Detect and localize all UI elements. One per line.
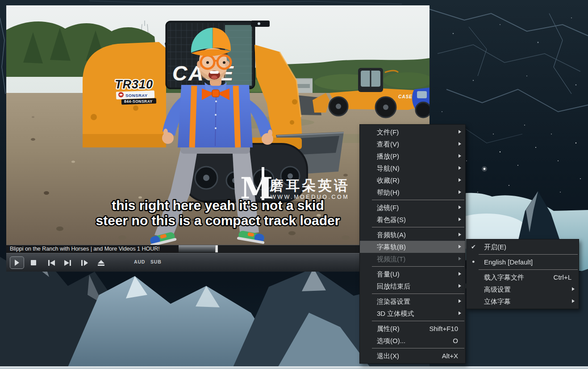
menu-separator <box>479 254 578 255</box>
context-menu: 文件(F) 查看(V) 播放(P) 导航(N) 收藏(R) 帮助(H) 滤镜(F… <box>359 124 466 364</box>
menu-item-favorites[interactable]: 收藏(R) <box>360 174 465 186</box>
svg-text:844-SONSRAY: 844-SONSRAY <box>124 99 153 104</box>
play-icon <box>14 260 20 266</box>
submenu-arrow-icon <box>459 257 461 260</box>
menu-item-3d-mode[interactable]: 3D 立体模式 <box>360 307 465 319</box>
skip-back-icon <box>48 260 55 266</box>
sonsray-decal: SONSRAY 844-SONSRAY <box>116 91 156 105</box>
submenu-item-enable[interactable]: ✔ 开启(E) <box>467 241 579 253</box>
subtitle-track-button[interactable]: SUB <box>150 259 162 264</box>
subtitle-line-1: this right here yeah it's not a skid <box>112 198 324 213</box>
menu-item-video-stream: 视频流(T) <box>360 253 465 265</box>
menu-separator <box>372 227 464 227</box>
step-icon <box>81 260 88 266</box>
skip-forward-icon <box>64 260 71 266</box>
menu-separator <box>372 321 464 321</box>
seekbar-thumb[interactable] <box>215 245 218 252</box>
seekbar-title: Blippi on the Ranch with Horses | and Mo… <box>6 245 179 252</box>
submenu-arrow-icon <box>459 233 461 236</box>
bg-brand-text: CASE <box>398 94 413 99</box>
menu-item-view[interactable]: 查看(V) <box>360 138 465 150</box>
submenu-arrow-icon <box>459 190 461 194</box>
subtitle-line-2: steer no this is a compact track loader <box>96 213 340 228</box>
menu-separator <box>372 294 464 294</box>
submenu-arrow-icon <box>459 205 461 209</box>
submenu-item-advanced-settings[interactable]: 高级设置 <box>467 283 579 295</box>
previous-button[interactable] <box>45 256 58 269</box>
menu-separator <box>372 200 464 200</box>
submenu-item-english-default[interactable]: ● English [Default] <box>467 256 579 268</box>
submenu-arrow-icon <box>459 130 461 134</box>
submenu-arrow-icon <box>459 311 461 315</box>
menu-item-filters[interactable]: 滤镜(F) <box>360 201 465 214</box>
seekbar-played-range <box>179 245 215 252</box>
submenu-arrow-icon <box>459 272 461 276</box>
audio-track-button[interactable]: AUD <box>134 259 145 264</box>
subtitle-track-submenu: ✔ 开启(E) ● English [Default] 载入字幕文件 Ctrl+… <box>466 239 579 309</box>
eject-icon <box>98 260 104 266</box>
submenu-arrow-icon <box>459 154 461 158</box>
submenu-arrow-icon <box>459 284 461 288</box>
menu-item-shaders[interactable]: 着色器(S) <box>360 214 465 226</box>
radio-bullet-icon: ● <box>472 256 475 268</box>
submenu-item-load-subtitle-file[interactable]: 载入字幕文件 Ctrl+L <box>467 271 579 283</box>
menu-item-navigate[interactable]: 导航(N) <box>360 162 465 174</box>
menu-item-audio-track[interactable]: 音频轨(A) <box>360 229 465 241</box>
frame-step-button[interactable] <box>78 256 91 269</box>
video-subtitles: this right here yeah it's not a skid ste… <box>96 198 340 228</box>
stop-icon <box>31 260 36 265</box>
menu-item-renderer-settings[interactable]: 渲染器设置 <box>360 295 465 307</box>
bottom-edge-strip <box>0 366 588 369</box>
submenu-arrow-icon <box>459 299 461 303</box>
menu-item-file[interactable]: 文件(F) <box>360 126 465 138</box>
menu-item-volume[interactable]: 音量(U) <box>360 268 465 280</box>
menu-item-options[interactable]: 选项(O)...O <box>360 335 465 347</box>
svg-text:SONSRAY: SONSRAY <box>125 93 148 98</box>
submenu-arrow-icon <box>459 178 461 182</box>
menu-separator <box>372 348 464 348</box>
eject-button[interactable] <box>94 256 108 269</box>
menu-separator <box>479 269 578 270</box>
submenu-arrow-icon <box>459 142 461 146</box>
submenu-arrow-icon <box>459 218 461 221</box>
submenu-item-stereo-subtitles[interactable]: 立体字幕 <box>467 295 579 307</box>
play-button[interactable] <box>10 256 24 269</box>
checkmark-icon: ✔ <box>471 241 476 253</box>
menu-item-exit[interactable]: 退出(X)Alt+X <box>360 350 465 362</box>
submenu-arrow-icon <box>572 299 575 303</box>
submenu-arrow-icon <box>572 287 575 291</box>
menu-item-properties[interactable]: 属性(R)Shift+F10 <box>360 323 465 335</box>
next-button[interactable] <box>61 256 74 269</box>
stop-button[interactable] <box>27 256 40 269</box>
menu-item-subtitle-track[interactable]: 字幕轨(B) <box>360 241 465 253</box>
submenu-arrow-icon <box>459 166 461 170</box>
menu-item-help[interactable]: 帮助(H) <box>360 186 465 198</box>
menu-item-after-playback[interactable]: 回放结束后 <box>360 280 465 292</box>
watermark-title: 磨耳朵英语 <box>269 178 350 193</box>
model-decal-text: TR310 <box>115 78 153 91</box>
menu-item-play[interactable]: 播放(P) <box>360 150 465 162</box>
menu-separator <box>372 266 464 267</box>
submenu-arrow-icon <box>459 245 461 248</box>
